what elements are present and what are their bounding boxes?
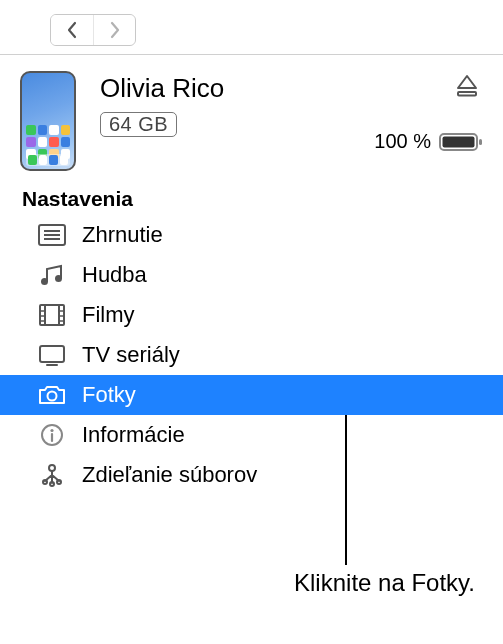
back-button[interactable] — [51, 15, 93, 45]
sidebar-item-label: TV seriály — [82, 342, 180, 368]
sidebar-section-header: Nastavenia — [0, 179, 503, 215]
battery-percent: 100 % — [374, 130, 431, 153]
sidebar-item-label: Hudba — [82, 262, 147, 288]
sidebar-item-filesharing[interactable]: Zdieľanie súborov — [0, 455, 503, 495]
chevron-right-icon — [109, 21, 121, 39]
music-icon — [34, 261, 70, 289]
settings-list: Zhrnutie Hudba Filmy TV seriály Fotky In… — [0, 215, 503, 495]
sidebar-item-label: Fotky — [82, 382, 136, 408]
camera-icon — [34, 381, 70, 409]
apps-icon — [34, 461, 70, 489]
svg-rect-0 — [458, 92, 476, 96]
callout-line — [345, 415, 347, 565]
device-name: Olivia Rico — [100, 73, 374, 104]
svg-point-27 — [57, 480, 61, 484]
caption-area: Kliknite na Fotky. — [0, 495, 503, 605]
sidebar-item-summary[interactable]: Zhrnutie — [0, 215, 503, 255]
caption-text: Kliknite na Fotky. — [294, 569, 475, 597]
eject-icon — [455, 73, 479, 99]
svg-point-21 — [48, 392, 57, 401]
svg-rect-2 — [443, 136, 475, 147]
sidebar-item-tv[interactable]: TV seriály — [0, 335, 503, 375]
info-icon — [34, 421, 70, 449]
sidebar-item-movies[interactable]: Filmy — [0, 295, 503, 335]
sidebar-item-info[interactable]: Informácie — [0, 415, 503, 455]
svg-point-8 — [41, 278, 48, 285]
chevron-left-icon — [66, 21, 78, 39]
svg-rect-19 — [40, 346, 64, 362]
toolbar — [0, 0, 503, 55]
sidebar-item-music[interactable]: Hudba — [0, 255, 503, 295]
svg-rect-3 — [479, 139, 482, 145]
sidebar-item-photos[interactable]: Fotky — [0, 375, 503, 415]
device-thumbnail[interactable] — [20, 71, 76, 171]
sidebar-item-label: Zdieľanie súborov — [82, 462, 257, 488]
storage-badge: 64 GB — [100, 112, 177, 137]
sidebar-item-label: Filmy — [82, 302, 135, 328]
tv-icon — [34, 341, 70, 369]
film-icon — [34, 301, 70, 329]
summary-icon — [34, 221, 70, 249]
sidebar-item-label: Informácie — [82, 422, 185, 448]
svg-rect-10 — [40, 305, 64, 325]
svg-point-23 — [50, 429, 53, 432]
nav-group — [50, 14, 136, 46]
eject-button[interactable] — [451, 71, 483, 104]
device-header: Olivia Rico 64 GB 100 % — [0, 55, 503, 179]
forward-button[interactable] — [93, 15, 135, 45]
sidebar-item-label: Zhrnutie — [82, 222, 163, 248]
svg-point-9 — [55, 275, 62, 282]
battery-icon — [439, 131, 483, 153]
